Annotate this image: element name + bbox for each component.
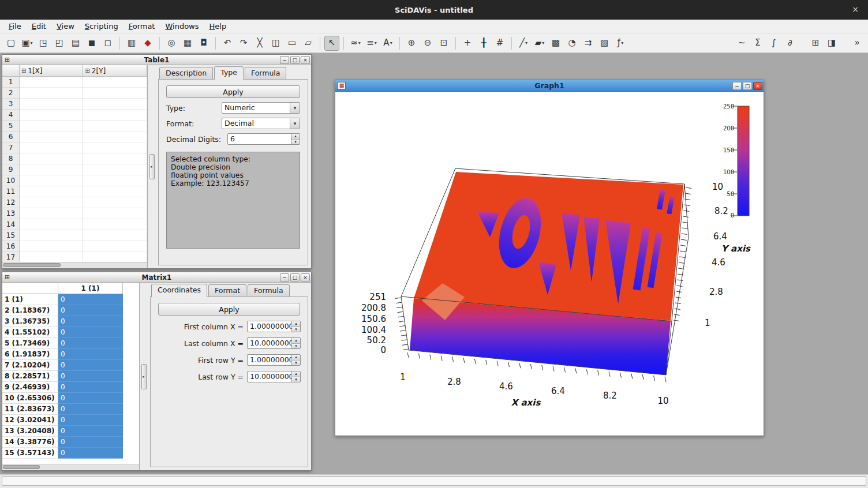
row-header[interactable]: 13	[2, 208, 20, 219]
row-header[interactable]: 1 (1)	[2, 294, 58, 305]
toolbar-overflow-button[interactable]: »	[850, 36, 865, 51]
row-header[interactable]: 3	[2, 99, 20, 110]
minimize-button[interactable]: −	[732, 82, 742, 90]
table-cell[interactable]	[83, 241, 147, 252]
table1-apply-button[interactable]: Apply	[166, 85, 300, 98]
table-cell[interactable]	[83, 142, 147, 153]
text-tool-button[interactable]: A▾	[380, 36, 395, 51]
add-marker-button[interactable]: +	[460, 36, 475, 51]
draw-line-button[interactable]: ╱▾	[516, 36, 531, 51]
table-cell[interactable]	[83, 252, 147, 262]
table-cell[interactable]	[83, 197, 147, 208]
scrollbar-thumb[interactable]	[3, 465, 40, 469]
last-row-y-spinbox[interactable]: 10.0000000▴▾	[247, 371, 301, 382]
app-titlebar[interactable]: SciDAVis - untitled ×	[0, 0, 868, 20]
save-project-button[interactable]: ◼	[84, 36, 99, 51]
matrix1-grid[interactable]: 1 (1) 1 (1)02 (1.18367)03 (1.36735)04 (1…	[2, 283, 140, 470]
matrix-cell[interactable]: 0	[58, 360, 123, 371]
maximize-button[interactable]: □	[290, 56, 300, 64]
type-combobox[interactable]: Numeric ▾	[222, 102, 300, 114]
scrollbar-thumb[interactable]	[3, 263, 61, 267]
app-close-button[interactable]: ×	[850, 5, 861, 14]
row-header[interactable]: 2 (1.18367)	[2, 305, 58, 316]
menu-help[interactable]: Help	[204, 20, 232, 32]
move-marker-button[interactable]: ╂	[476, 36, 491, 51]
matrix-cell[interactable]: 0	[58, 316, 123, 327]
table-cell[interactable]	[83, 230, 147, 241]
table1-hscrollbar[interactable]	[2, 262, 147, 268]
menu-view[interactable]: View	[51, 20, 80, 32]
row-header[interactable]: 11 (2.83673)	[2, 404, 58, 415]
row-header[interactable]: 6	[2, 132, 20, 142]
line-style-button[interactable]: ≡▾	[364, 36, 379, 51]
fit-button[interactable]: ∫	[766, 36, 781, 51]
table-cell[interactable]	[20, 230, 84, 241]
plot-style-button[interactable]: ▰▾	[532, 36, 547, 51]
lock-button[interactable]: ◘	[196, 36, 211, 51]
row-header[interactable]: 10	[2, 175, 20, 186]
matrix-cell[interactable]: 0	[58, 382, 123, 393]
table-cell[interactable]	[20, 186, 84, 197]
table-cell[interactable]	[83, 153, 147, 164]
spin-down-icon[interactable]: ▾	[292, 327, 300, 332]
matrix1-splitter-button[interactable]: ▸	[141, 364, 147, 389]
spin-up-icon[interactable]: ▴	[291, 134, 300, 140]
close-button[interactable]: ×	[753, 82, 762, 90]
row-header[interactable]: 3 (1.36735)	[2, 316, 58, 327]
first-row-y-spinbox[interactable]: 1.00000000▴▾	[247, 354, 301, 366]
matrix-cell[interactable]: 0	[58, 393, 123, 404]
row-header[interactable]: 8 (2.28571)	[2, 371, 58, 382]
table-cell[interactable]	[83, 208, 147, 219]
table-cell[interactable]	[83, 132, 147, 142]
row-header[interactable]: 14	[2, 219, 20, 230]
matrix-cell[interactable]: 0	[58, 305, 123, 316]
pie-chart-button[interactable]: ◔	[564, 36, 579, 51]
table-cell[interactable]	[20, 121, 84, 132]
row-header[interactable]: 5	[2, 121, 20, 132]
table-cell[interactable]	[20, 219, 84, 230]
maximize-button[interactable]: □	[743, 82, 752, 90]
table-cell[interactable]	[20, 241, 84, 252]
row-header[interactable]: 13 (3.20408)	[2, 426, 58, 437]
fft-button[interactable]: Σ	[750, 36, 765, 51]
open-project-button[interactable]: ◳	[36, 36, 51, 51]
row-header[interactable]: 9	[2, 164, 20, 175]
column-header[interactable]: 1 (1)	[58, 283, 123, 294]
spin-down-icon[interactable]: ▾	[291, 140, 300, 145]
row-header[interactable]: 6 (1.91837)	[2, 349, 58, 360]
column-header[interactable]: ⊞2[Y]	[83, 65, 147, 77]
print-button[interactable]: ▥	[124, 36, 139, 51]
table-cell[interactable]	[83, 219, 147, 230]
show-grid-button[interactable]: ▦	[180, 36, 195, 51]
spin-up-icon[interactable]: ▴	[292, 338, 300, 344]
matrix-cell[interactable]: 0	[58, 327, 123, 338]
matrix-cell[interactable]: 0	[58, 448, 123, 459]
open-template-button[interactable]: ◰	[52, 36, 67, 51]
menu-scripting[interactable]: Scripting	[80, 20, 124, 32]
row-header[interactable]: 4 (1.55102)	[2, 327, 58, 338]
row-header[interactable]: 7 (2.10204)	[2, 360, 58, 371]
export-pdf-button[interactable]: ◆	[140, 36, 155, 51]
find-button[interactable]: ◎	[164, 36, 179, 51]
table1-tab-type[interactable]: Type	[214, 66, 244, 80]
table1-titlebar[interactable]: ⊞ Table1 − □ ×	[2, 55, 311, 65]
differentiate-button[interactable]: ∂	[783, 36, 798, 51]
contour-plot-button[interactable]: ▨	[597, 36, 612, 51]
row-header[interactable]: 11	[2, 186, 20, 197]
matrix1-tab-coordinates[interactable]: Coordinates	[151, 284, 207, 297]
table1-splitter-button[interactable]: ▸	[149, 154, 155, 179]
row-header[interactable]: 16	[2, 241, 20, 252]
paste-button[interactable]: ▭	[285, 36, 300, 51]
menu-format[interactable]: Format	[124, 20, 160, 32]
add-column-button[interactable]: ◨	[824, 36, 839, 51]
new-project-button[interactable]: ▢	[3, 36, 18, 51]
matrix-cell[interactable]: 0	[58, 349, 123, 360]
row-header[interactable]: 15	[2, 230, 20, 241]
spin-down-icon[interactable]: ▾	[292, 377, 300, 382]
first-column-x-spinbox[interactable]: 1.00000000▴▾	[247, 321, 301, 332]
table-cell[interactable]	[83, 88, 147, 99]
matrix-cell[interactable]: 0	[58, 404, 123, 415]
function-plot-button[interactable]: ƒ▾	[613, 36, 628, 51]
matrix1-tab-formula[interactable]: Formula	[248, 284, 290, 296]
table-cell[interactable]	[20, 99, 84, 110]
